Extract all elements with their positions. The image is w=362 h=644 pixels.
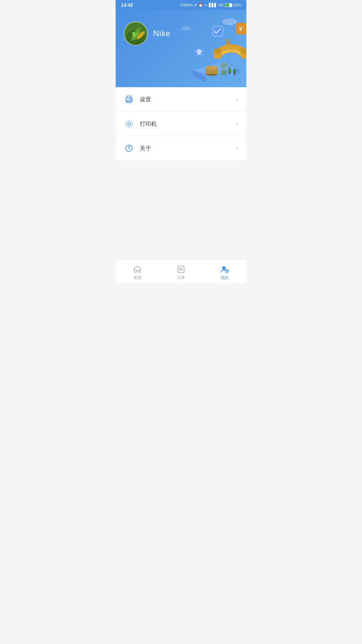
info-icon (124, 143, 134, 154)
svg-rect-32 (127, 96, 131, 98)
battery-percent: 62% (234, 3, 241, 7)
svg-point-23 (205, 66, 218, 70)
svg-marker-39 (134, 266, 141, 272)
settings-label: 设置 (140, 96, 231, 103)
status-bar: 14:42 0.54K/s ✗ ⏰ ∿ ▋▋▋ HD 62% (116, 0, 246, 10)
time: 14:42 (121, 2, 133, 8)
settings-menu-item[interactable]: 设置 › (116, 87, 246, 112)
printer-menu-item[interactable]: 打印机 › (116, 112, 246, 136)
svg-rect-25 (221, 70, 227, 75)
svg-rect-10 (241, 49, 246, 54)
home-icon (133, 265, 142, 274)
network-speed: 0.54K/s (180, 3, 193, 7)
home-label: 首页 (133, 275, 141, 281)
settings-arrow: › (236, 96, 238, 103)
alarm-icon: ⏰ (198, 3, 203, 7)
bottom-nav: 首页 订单 我的 (116, 260, 246, 283)
svg-point-3 (222, 18, 237, 25)
gear-icon (124, 118, 134, 129)
avatar[interactable] (124, 21, 148, 46)
orders-label: 订单 (177, 275, 185, 281)
profile-info: Nike (124, 21, 171, 46)
svg-point-34 (130, 99, 131, 100)
svg-point-35 (128, 122, 130, 125)
svg-text:¥: ¥ (225, 37, 231, 47)
content-area (116, 160, 246, 227)
hero-illustration: >> ¥ ¥ (176, 13, 246, 84)
bluetooth-icon: ✗ (194, 3, 197, 7)
wifi-icon: ∿ (204, 3, 207, 7)
about-menu-item[interactable]: 关于 › (116, 136, 246, 160)
svg-point-38 (129, 147, 129, 147)
battery-fill (225, 4, 229, 7)
svg-rect-24 (221, 63, 227, 68)
mine-icon (220, 265, 229, 274)
orders-icon (177, 265, 185, 274)
nav-item-home[interactable]: 首页 (116, 260, 159, 283)
printer-icon (124, 94, 134, 105)
printer-label: 打印机 (140, 120, 231, 128)
printer-arrow: › (236, 120, 238, 127)
profile-header: Nike >> (116, 10, 246, 87)
nav-item-orders[interactable]: 订单 (159, 260, 203, 283)
svg-rect-8 (215, 49, 221, 54)
menu-list: 设置 › 打印机 › 关于 › (116, 87, 246, 160)
mine-label: 我的 (221, 275, 229, 281)
svg-rect-29 (234, 72, 235, 75)
hd-label: HD (218, 3, 224, 7)
battery-bar (225, 3, 232, 7)
signal-icon: ▋▋▋ (209, 3, 217, 7)
status-right: 0.54K/s ✗ ⏰ ∿ ▋▋▋ HD 62% (180, 3, 241, 7)
about-label: 关于 (140, 145, 231, 152)
svg-point-44 (222, 266, 226, 270)
svg-point-4 (181, 26, 191, 31)
profile-name: Nike (153, 29, 171, 38)
svg-rect-17 (197, 52, 201, 55)
svg-text:¥: ¥ (239, 25, 243, 32)
about-arrow: › (236, 145, 238, 152)
nav-item-mine[interactable]: 我的 (203, 260, 246, 283)
